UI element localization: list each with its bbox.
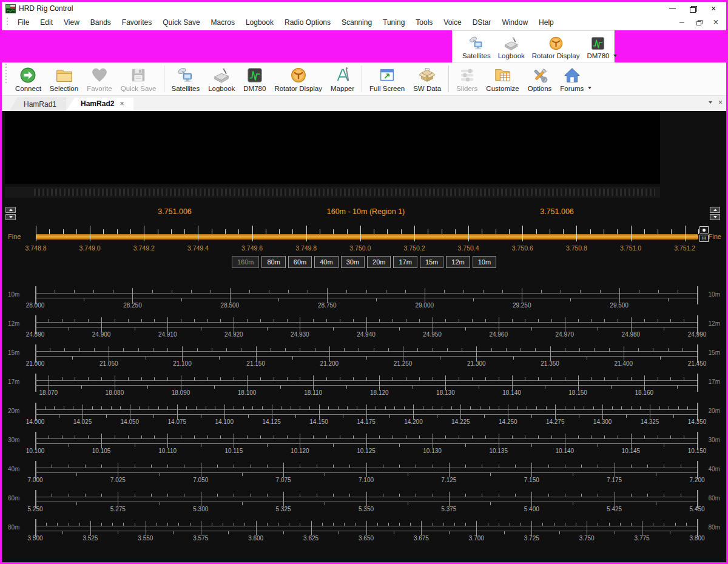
menu-view[interactable]: View (58, 16, 85, 29)
mdi-restore-button[interactable] (695, 18, 703, 27)
menu-voice[interactable]: Voice (438, 16, 467, 29)
dock-button-dm780[interactable]: DM780 (583, 32, 613, 61)
scale-tick (184, 494, 184, 497)
menu-bands[interactable]: Bands (85, 16, 116, 29)
scale-tick (357, 406, 357, 409)
menu-window[interactable]: Window (496, 16, 533, 29)
band-button-160m[interactable]: 160m (232, 256, 260, 268)
band-scale-15m[interactable]: 21.00021.05021.10021.15021.20021.25021.3… (35, 341, 697, 371)
toolbar-button-dm780[interactable]: DM780 (239, 64, 270, 94)
toolbar-button-customize[interactable]: Customize (482, 64, 523, 94)
toolbar-button-connect[interactable]: Connect (11, 64, 46, 94)
band-button-30m[interactable]: 30m (341, 256, 365, 268)
toolbar-button-logbook[interactable]: Logbook (204, 64, 239, 94)
floating-toolbar-overflow-icon[interactable] (613, 55, 617, 57)
main-toolbar-overflow-icon[interactable] (588, 87, 592, 89)
band-scale-40m[interactable]: 7.0007.0257.0507.0757.1007.1257.1507.175… (35, 458, 697, 487)
band-scale-30m[interactable]: 10.10010.10510.11010.11510.12010.12510.1… (35, 429, 697, 458)
toolbar-separator (164, 65, 164, 92)
tab-list-dropdown-icon[interactable] (709, 101, 712, 104)
menu-help[interactable]: Help (533, 16, 559, 29)
scale-tick (581, 465, 582, 468)
toolbar-button-mapper[interactable]: Mapper (326, 64, 359, 94)
scale-tick (416, 494, 416, 497)
mdi-close-button[interactable]: × (712, 18, 720, 27)
fine-marker-button[interactable] (699, 226, 709, 233)
band-button-10m[interactable]: 10m (473, 256, 496, 268)
menu-edit[interactable]: Edit (35, 16, 58, 29)
restore-button[interactable] (682, 2, 703, 15)
minimize-button[interactable] (662, 2, 682, 15)
toolbar-button-options[interactable]: Options (524, 64, 556, 94)
band-button-40m[interactable]: 40m (314, 256, 338, 268)
toolbar-button-sw-data[interactable]: SW Data (409, 64, 445, 94)
tab-close-icon[interactable]: × (120, 99, 124, 108)
scale-tick (615, 502, 615, 505)
band-button-15m[interactable]: 15m (420, 256, 443, 268)
freq-up-button-left[interactable] (5, 207, 16, 213)
menu-scanning[interactable]: Scanning (336, 16, 377, 29)
band-button-20m[interactable]: 20m (367, 256, 391, 268)
menu-tuning[interactable]: Tuning (377, 16, 410, 29)
scale-tick (551, 319, 552, 322)
scale-tick (433, 444, 433, 447)
scale-tick (88, 435, 89, 438)
fine-tuning-slider[interactable]: 3.748.83.749.03.749.23.749.43.749.63.749… (36, 222, 698, 252)
band-scale-80m[interactable]: 3.5003.5253.5503.5753.6003.6253.6503.675… (35, 516, 697, 545)
menu-quick-save[interactable]: Quick Save (157, 16, 205, 29)
tab-strip-close-icon[interactable]: × (718, 99, 723, 106)
dock-button-logbook[interactable]: Logbook (494, 32, 528, 61)
band-button-17m[interactable]: 17m (393, 256, 417, 268)
toolbar-button-rotator-display[interactable]: Rotator Display (270, 64, 326, 94)
scale-tick (177, 406, 178, 409)
toolbar-button-favorite[interactable]: Favorite (83, 64, 116, 94)
band-scale-17m[interactable]: 18.07018.08018.09018.10018.11018.12018.1… (35, 371, 697, 400)
main-toolbar-grip[interactable] (5, 64, 8, 85)
menu-favorites[interactable]: Favorites (116, 16, 157, 29)
menu-file[interactable]: File (12, 16, 35, 29)
scale-tick (399, 465, 400, 468)
scale-frequency-label: 3.625 (303, 535, 318, 542)
fine-minor-tick (225, 229, 226, 234)
band-label-left: 40m (8, 466, 19, 472)
menu-dstar[interactable]: DStar (467, 16, 497, 29)
fine-slider-bar[interactable] (36, 234, 698, 240)
scale-tick (551, 435, 552, 438)
menu-macros[interactable]: Macros (206, 16, 240, 29)
toolbar-button-full-screen[interactable]: Full Screen (365, 64, 409, 94)
scale-frequency-label: 18.070 (39, 389, 58, 396)
freq-down-button-right[interactable] (710, 214, 720, 220)
fine-hold-button[interactable]: H (699, 235, 709, 242)
toolbar-button-satellites[interactable]: Satellites (167, 64, 204, 94)
band-scale-10m[interactable]: 28.00028.25028.50028.75029.00029.25029.5… (35, 283, 697, 312)
band-scale-20m[interactable]: 14.00014.02514.05014.07514.10014.12514.1… (35, 400, 697, 429)
tab-hamrad1[interactable]: HamRad1 (9, 98, 66, 111)
menubar-grip[interactable] (7, 18, 10, 28)
menu-radio-options[interactable]: Radio Options (279, 16, 336, 29)
band-button-12m[interactable]: 12m (446, 256, 470, 268)
band-button-60m[interactable]: 60m (288, 256, 312, 268)
scale-tick (591, 319, 592, 322)
menu-logbook[interactable]: Logbook (240, 16, 279, 29)
band-button-80m[interactable]: 80m (261, 256, 285, 268)
dock-button-satellites[interactable]: Satellites (459, 32, 494, 61)
toolbar-button-selection[interactable]: Selection (46, 64, 83, 94)
band-scale-12m[interactable]: 24.89024.90024.91024.92024.93024.94024.9… (35, 312, 697, 341)
toolbar-button-sliders[interactable]: Sliders (452, 64, 482, 94)
band-scale-60m[interactable]: 5.2505.2755.3005.3255.3505.3755.4005.425… (35, 487, 697, 516)
freq-up-button-right[interactable] (710, 207, 720, 213)
scale-tick (217, 465, 218, 468)
mdi-minimize-button[interactable] (678, 18, 686, 27)
toolbar-button-quick-save[interactable]: Quick Save (116, 64, 161, 94)
scale-tick (113, 290, 113, 293)
toolbar-button-forums[interactable]: Forums (556, 64, 588, 94)
menu-tools[interactable]: Tools (410, 16, 438, 29)
freq-down-button-left[interactable] (5, 214, 16, 220)
scale-tick (624, 357, 624, 360)
tab-hamrad2[interactable]: HamRad2× (66, 98, 133, 111)
scale-tick (132, 298, 133, 301)
toolbar-button-label: SW Data (413, 85, 441, 92)
scale-tick (260, 377, 261, 380)
dock-button-rotator-display[interactable]: Rotator Display (528, 32, 584, 61)
close-button[interactable]: × (703, 2, 724, 15)
